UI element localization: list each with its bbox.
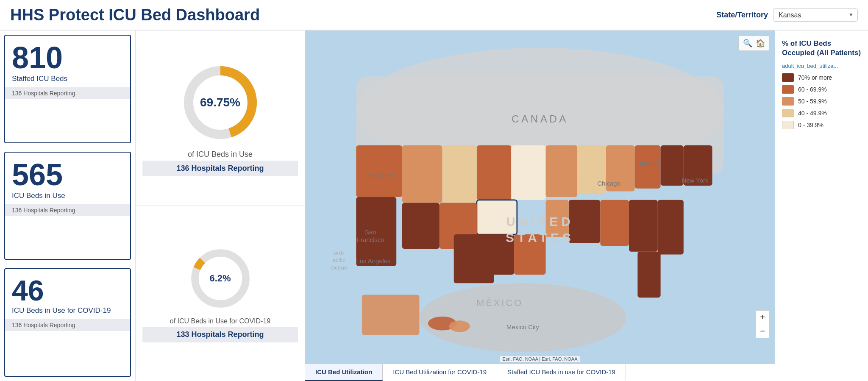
svg-rect-12 [477, 145, 511, 200]
tab-icu-bed-utilization-covid[interactable]: ICU Bed Utilization for COVID-19 [383, 364, 497, 381]
legend-swatch-1 [782, 85, 794, 94]
zoom-controls: + − [755, 310, 770, 338]
icu-beds-in-use-label: ICU Beds in Use [12, 192, 123, 200]
home-button[interactable]: 🏠 [756, 39, 765, 48]
svg-rect-11 [442, 145, 477, 203]
donut-chart-1: 69.75% [178, 60, 263, 145]
state-select[interactable]: Kansas Alabama Alaska Arizona California… [773, 8, 858, 22]
svg-point-7 [419, 283, 626, 352]
donut-label-2: of ICU Beds in Use for COVID-19 [170, 317, 270, 325]
svg-rect-10 [402, 145, 442, 203]
svg-text:Los Angeles: Los Angeles [356, 258, 390, 264]
svg-text:San: San [365, 229, 376, 236]
map-attribution: Esri, FAO, NOAA | Esri, FAO, NOAA [500, 356, 580, 362]
state-select-wrapper[interactable]: Kansas Alabama Alaska Arizona California… [773, 8, 858, 22]
legend-label-3: 40 - 49.9% [798, 110, 827, 117]
legend-panel: % of ICU Beds Occupied (All Patients) ad… [775, 31, 868, 381]
svg-text:CANADA: CANADA [512, 113, 568, 125]
legend-swatch-4 [782, 121, 794, 129]
svg-text:STATES: STATES [506, 231, 574, 245]
zoom-in-button[interactable]: + [756, 311, 769, 324]
staffed-icu-beds-footer: 136 Hospitals Reporting [5, 87, 130, 99]
svg-rect-9 [356, 197, 396, 266]
svg-rect-18 [635, 145, 661, 189]
staffed-icu-beds-label: Staffed ICU Beds [12, 75, 123, 83]
legend-items: 70% or more 60 - 69.9% 50 - 59.9% 40 - 4… [782, 73, 861, 129]
state-label: State/Territory [716, 11, 768, 19]
legend-title: % of ICU Beds Occupied (All Patients) [782, 39, 861, 58]
donut-label-1: of ICU Beds in Use [188, 150, 253, 159]
donut-chart-2: 6.2% [186, 245, 254, 312]
icu-beds-in-use-footer: 136 Hospitals Reporting [5, 204, 130, 216]
legend-label-1: 60 - 69.9% [798, 86, 827, 93]
legend-item-0: 70% or more [782, 73, 861, 82]
legend-swatch-0 [782, 73, 794, 82]
svg-text:Francisco: Francisco [357, 236, 384, 243]
svg-point-34 [449, 320, 470, 332]
page-title: HHS Protect ICU Bed Dashboard [10, 6, 260, 24]
svg-text:UNITED: UNITED [506, 214, 574, 228]
icu-beds-in-use-card: 565 ICU Beds in Use 136 Hospitals Report… [4, 152, 131, 260]
stats-panel: 810 Staffed ICU Beds 136 Hospitals Repor… [0, 31, 136, 381]
svg-text:orth: orth [334, 250, 344, 256]
svg-text:Chicago: Chicago [597, 180, 620, 187]
icu-beds-covid-number: 46 [12, 276, 123, 305]
legend-swatch-3 [782, 109, 794, 117]
svg-rect-24 [658, 200, 684, 255]
svg-rect-22 [600, 200, 629, 246]
map-svg: CANADA UNITED STATES MÉXICO Vancouver Sa… [305, 31, 775, 364]
legend-item-1: 60 - 69.9% [782, 85, 861, 94]
legend-label-4: 0 - 39.9% [798, 122, 823, 128]
map-panel: CANADA UNITED STATES MÉXICO Vancouver Sa… [305, 31, 775, 381]
svg-text:MÉXICO: MÉXICO [476, 298, 523, 308]
svg-rect-31 [454, 234, 494, 283]
legend-label-2: 50 - 59.9% [798, 98, 827, 105]
svg-rect-32 [362, 295, 420, 335]
icu-beds-covid-footer: 136 Hospitals Reporting [5, 319, 130, 331]
map-tabs: ICU Bed Utilization ICU Bed Utilization … [305, 364, 775, 381]
map-area[interactable]: CANADA UNITED STATES MÉXICO Vancouver Sa… [305, 31, 775, 364]
icu-beds-covid-label: ICU Beds in Use for COVID-19 [12, 306, 123, 315]
tab-icu-bed-utilization[interactable]: ICU Bed Utilization [305, 364, 383, 381]
donuts-panel: 69.75% of ICU Beds in Use 136 Hospitals … [136, 31, 305, 381]
staffed-icu-beds-number: 810 [12, 42, 123, 73]
map-toolbar: 🔍 🏠 [738, 36, 770, 51]
zoom-out-button[interactable]: − [756, 324, 769, 338]
search-button[interactable]: 🔍 [743, 39, 752, 48]
legend-item-4: 0 - 39.9% [782, 121, 861, 129]
icu-beds-in-use-number: 565 [12, 159, 123, 190]
header: HHS Protect ICU Bed Dashboard State/Terr… [0, 0, 868, 31]
tab-staffed-icu-beds-covid[interactable]: Staffed ICU Beds in use for COVID-19 [497, 364, 626, 381]
svg-rect-13 [511, 145, 545, 200]
header-right: State/Territory Kansas Alabama Alaska Ar… [716, 8, 858, 22]
svg-rect-29 [402, 203, 440, 249]
svg-rect-19 [661, 145, 684, 186]
svg-text:Mexico City: Mexico City [506, 324, 540, 331]
svg-text:New York: New York [682, 177, 708, 184]
staffed-icu-beds-card: 810 Staffed ICU Beds 136 Hospitals Repor… [4, 35, 131, 143]
svg-text:Toronto: Toronto [639, 160, 660, 167]
legend-swatch-2 [782, 97, 794, 106]
svg-rect-28 [637, 252, 660, 298]
donut-card-2: 6.2% of ICU Beds in Use for COVID-19 133… [136, 206, 305, 381]
icu-beds-covid-card: 46 ICU Beds in Use for COVID-19 136 Hosp… [4, 268, 131, 377]
donut-footer-2: 133 Hospitals Reporting [142, 327, 298, 342]
legend-subtitle: adult_icu_bed_utiliza... [782, 63, 861, 69]
svg-rect-16 [577, 145, 606, 194]
legend-item-2: 50 - 59.9% [782, 97, 861, 106]
svg-text:Vancouver: Vancouver [367, 172, 397, 178]
svg-text:acific: acific [332, 257, 345, 263]
donut-pct-1: 69.75% [200, 96, 240, 109]
legend-item-3: 40 - 49.9% [782, 109, 861, 117]
svg-rect-23 [629, 200, 658, 252]
donut-pct-2: 6.2% [209, 273, 231, 284]
donut-footer-1: 136 Hospitals Reporting [142, 161, 298, 176]
svg-text:Ocean: Ocean [331, 264, 348, 271]
main-content: 810 Staffed ICU Beds 136 Hospitals Repor… [0, 31, 868, 381]
legend-label-0: 70% or more [798, 74, 832, 81]
svg-rect-15 [546, 145, 578, 197]
donut-card-1: 69.75% of ICU Beds in Use 136 Hospitals … [136, 31, 305, 206]
